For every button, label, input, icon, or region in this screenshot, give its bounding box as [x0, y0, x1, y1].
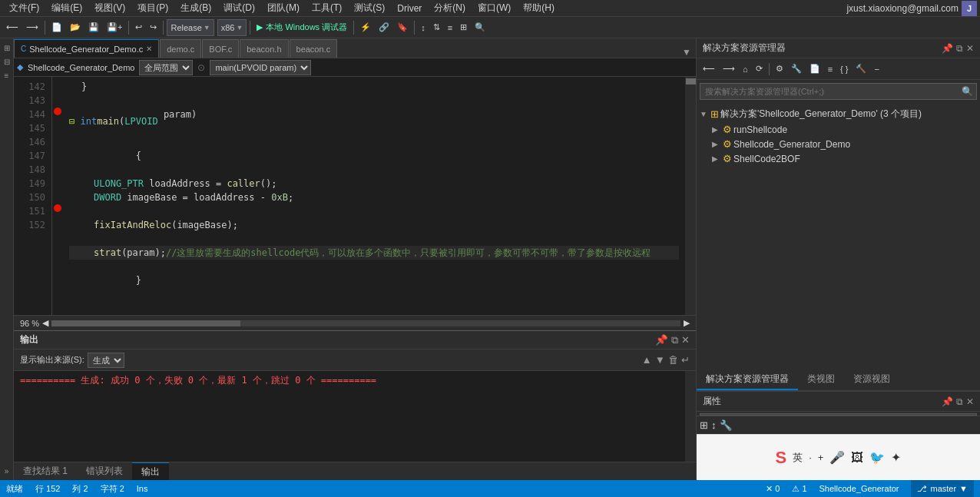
zoom-minus[interactable]: ◀ — [42, 318, 48, 328]
statusbar-branch[interactable]: ⎇ master ▼ — [911, 480, 974, 497]
project-runshellcode[interactable]: ▶ ⚙ runShellcode — [700, 122, 977, 137]
sol-refresh-btn[interactable]: ⟳ — [753, 62, 766, 75]
toolbar-misc4[interactable]: ⊞ — [457, 21, 470, 34]
menu-tools[interactable]: 工具(T) — [306, 0, 348, 16]
menu-view[interactable]: 视图(V) — [88, 0, 131, 16]
menu-build[interactable]: 生成(B) — [174, 0, 217, 16]
toolbar-forward[interactable]: ⟶ — [23, 21, 41, 34]
panel-pin-icon[interactable]: 📌 — [942, 43, 953, 54]
tab-bof[interactable]: BOF.c — [202, 39, 239, 58]
sidebar-icon-2[interactable]: ⊟ — [1, 55, 13, 68]
sol-filter-btn[interactable]: 🔧 — [788, 62, 805, 75]
sol-settings-btn[interactable]: ⚙ — [773, 62, 786, 75]
menu-window[interactable]: 窗口(W) — [472, 0, 517, 16]
config-dropdown[interactable]: Release ▼ — [167, 19, 214, 36]
prop-dropdown-inner[interactable] — [700, 413, 977, 416]
prop-wrench-btn[interactable]: 🔧 — [720, 419, 732, 431]
menu-help[interactable]: 帮助(H) — [517, 0, 561, 16]
platform-dropdown[interactable]: x86 ▼ — [217, 19, 247, 36]
output-pin[interactable]: 📌 — [655, 334, 668, 346]
toolbar-misc2[interactable]: ⇅ — [430, 21, 443, 34]
menu-test[interactable]: 测试(S) — [348, 0, 391, 16]
sol-newfile-btn[interactable]: 📄 — [806, 62, 823, 75]
prop-float-icon[interactable]: ⧉ — [956, 396, 963, 407]
output-tab-output[interactable]: 输出 — [132, 462, 169, 481]
output-scrollbar[interactable] — [685, 371, 696, 462]
toolbar-undo[interactable]: ↩ — [132, 21, 145, 34]
output-close[interactable]: ✕ — [681, 334, 690, 346]
tab-demo[interactable]: demo.c — [160, 39, 201, 58]
toolbar-perf[interactable]: ⚡ — [357, 21, 374, 34]
tab-beacon-h[interactable]: beacon.h — [240, 39, 288, 58]
menu-team[interactable]: 团队(M) — [261, 0, 306, 16]
output-down[interactable]: ▼ — [655, 354, 665, 366]
tab-close-0[interactable]: ✕ — [146, 45, 152, 53]
sogou-mic[interactable]: 🎤 — [829, 450, 845, 465]
panel-tab-solution[interactable]: 解决方案资源管理器 — [697, 369, 798, 390]
zoom-plus[interactable]: ▶ — [684, 318, 690, 328]
output-clear[interactable]: 🗑 — [668, 354, 678, 366]
toolbar-open[interactable]: 📂 — [67, 21, 84, 34]
toolbar-redo[interactable]: ↪ — [147, 21, 160, 34]
output-tab-find[interactable]: 查找结果 1 — [14, 462, 77, 481]
panel-float-icon[interactable]: ⧉ — [956, 43, 963, 54]
sogou-more[interactable]: ✦ — [891, 450, 901, 465]
prop-pin-icon[interactable]: 📌 — [942, 396, 953, 407]
menu-edit[interactable]: 编辑(E) — [45, 0, 88, 16]
sol-back-btn[interactable]: ⟵ — [700, 62, 718, 75]
solution-label: 解决方案'Shellcode_Generator_Demo' (3 个项目) — [720, 108, 922, 121]
toolbar-misc1[interactable]: ↕ — [418, 22, 429, 34]
output-float[interactable]: ⧉ — [671, 334, 678, 346]
prop-close-icon[interactable]: ✕ — [966, 396, 974, 407]
tab-shellcode-generator-demo[interactable]: C Shellcode_Generator_Demo.c ✕ — [14, 39, 159, 58]
output-up[interactable]: ▲ — [642, 354, 652, 366]
toolbar-bookmark[interactable]: 🔖 — [394, 21, 411, 34]
sol-home-btn[interactable]: ⌂ — [740, 63, 751, 75]
project-shellcode2bof[interactable]: ▶ ⚙ ShellCode2BOF — [700, 151, 977, 166]
sol-minus-btn[interactable]: − — [871, 63, 882, 75]
branch-icon: ⎇ — [917, 484, 927, 494]
panel-close-icon[interactable]: ✕ — [966, 43, 974, 54]
zoom-scrollbar[interactable] — [51, 320, 680, 326]
menu-file[interactable]: 文件(F) — [3, 0, 45, 16]
scope-select[interactable]: 全局范围 — [139, 60, 193, 75]
toolbar-misc3[interactable]: ≡ — [445, 22, 455, 34]
output-wrap[interactable]: ↵ — [681, 354, 690, 366]
toolbar-new[interactable]: 📄 — [48, 21, 65, 34]
toolbar-attach[interactable]: 🔗 — [376, 21, 392, 34]
sogou-share[interactable]: 🐦 — [869, 450, 885, 465]
sogou-img[interactable]: 🖼 — [851, 451, 863, 465]
sol-wrench-btn[interactable]: 🔨 — [853, 62, 869, 75]
tab-beacon-c[interactable]: beacon.c — [290, 39, 338, 58]
editor-scrollbar[interactable] — [685, 77, 696, 315]
sol-code-btn[interactable]: { } — [837, 63, 851, 75]
toolbar-misc5[interactable]: 🔍 — [472, 21, 488, 34]
solution-search[interactable] — [700, 84, 958, 99]
prop-grid-btn[interactable]: ⊞ — [700, 419, 708, 431]
sidebar-icon-1[interactable]: ⊞ — [1, 41, 13, 54]
output-source-select[interactable]: 生成 — [88, 353, 124, 368]
output-tab-errors[interactable]: 错误列表 — [77, 462, 132, 481]
toolbar-back[interactable]: ⟵ — [3, 21, 22, 34]
prop-sort-btn[interactable]: ↕ — [711, 419, 717, 431]
menu-project[interactable]: 项目(P) — [131, 0, 174, 16]
toolbar-save-all[interactable]: 💾+ — [104, 21, 125, 34]
sidebar-icon-bottom[interactable]: » — [1, 465, 13, 477]
menu-debug[interactable]: 调试(D) — [217, 0, 261, 16]
code-content[interactable]: } ⊟ int main(LPVOID param) { ULONG_PTR l… — [63, 77, 685, 315]
menu-analyze[interactable]: 分析(N) — [428, 0, 472, 16]
run-button[interactable]: ▶ 本地 Windows 调试器 — [253, 20, 350, 35]
search-icon: 🔍 — [958, 86, 976, 97]
tab-more[interactable]: ▼ — [677, 47, 696, 58]
menu-driver[interactable]: Driver — [391, 2, 428, 15]
user-avatar[interactable]: J — [962, 1, 977, 16]
panel-tab-class[interactable]: 类视图 — [798, 369, 844, 390]
sol-forward-btn[interactable]: ⟶ — [720, 62, 738, 75]
toolbar-save[interactable]: 💾 — [85, 21, 102, 34]
sidebar-icon-3[interactable]: ≡ — [1, 69, 13, 81]
sol-prop-btn[interactable]: ≡ — [825, 63, 836, 75]
panel-tab-resource[interactable]: 资源视图 — [844, 369, 899, 390]
project-shellcode-gen[interactable]: ▶ ⚙ Shellcode_Generator_Demo — [700, 137, 977, 151]
solution-root[interactable]: ▼ ⊞ 解决方案'Shellcode_Generator_Demo' (3 个项… — [700, 106, 977, 122]
function-select[interactable]: main(LPVOID param) — [210, 60, 311, 75]
